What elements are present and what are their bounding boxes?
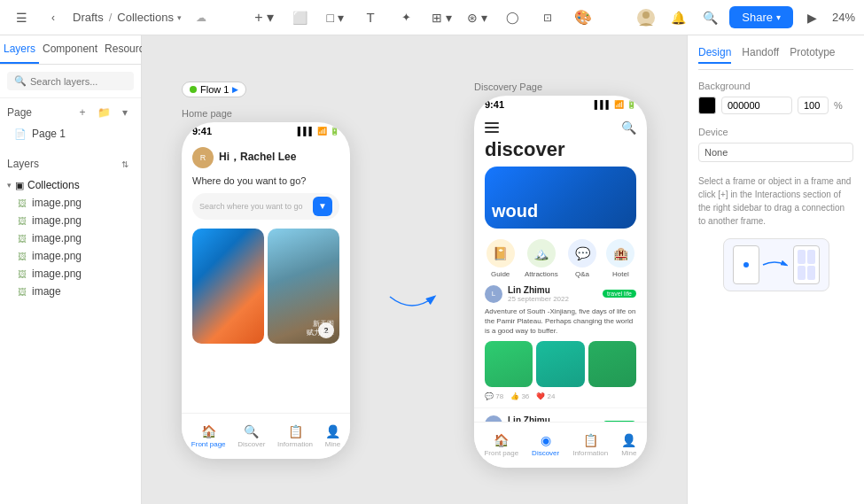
list-item[interactable]: 🖼 image.png <box>0 265 141 283</box>
d-discover-icon: ◉ <box>541 433 551 447</box>
plugin-icon[interactable]: 🎨 <box>571 5 595 30</box>
layers-collapse-btn[interactable]: ⇅ <box>116 155 134 173</box>
list-item[interactable]: 🖼 image.png <box>0 247 141 265</box>
page-more-btn[interactable]: ▾ <box>116 104 134 121</box>
layers-header: Layers ⇅ <box>0 151 141 176</box>
nav-mine[interactable]: 👤 Mine <box>325 424 340 448</box>
page-actions: + 📁 ▾ <box>74 104 134 121</box>
cat-guide[interactable]: 📔 Guide <box>486 239 515 278</box>
cloud-icon[interactable]: ☁ <box>189 5 214 30</box>
tab-layers[interactable]: Layers <box>0 35 39 64</box>
flow-badge[interactable]: Flow 1 ▶ <box>182 81 246 97</box>
guide-icon: 📔 <box>486 239 515 268</box>
play-icon[interactable]: ▶ <box>800 5 825 30</box>
frame-icon: ▣ <box>15 180 24 191</box>
opacity-input[interactable] <box>798 97 829 114</box>
add-page-btn[interactable]: + <box>74 104 91 121</box>
text-tool[interactable]: T <box>358 5 383 30</box>
canvas[interactable]: Flow 1 ▶ Home page 9:41 ▌▌▌ 📶 🔋 <box>142 35 687 504</box>
right-panel: Design Handoff Prototype Background % De… <box>687 35 864 504</box>
preview-cell-2 <box>807 250 815 264</box>
panel-tab-design[interactable]: Design <box>698 46 731 64</box>
share-button[interactable]: Share ▾ <box>729 6 793 28</box>
add-tool[interactable]: + ▾ <box>252 5 276 30</box>
nav-home[interactable]: 🏠 Front page <box>191 424 226 448</box>
post-image-1 <box>485 341 533 387</box>
panel-tab-prototype[interactable]: Prototype <box>790 46 835 64</box>
color-hex-input[interactable] <box>721 97 792 114</box>
page-item[interactable]: 📄 Page 1 <box>7 125 134 143</box>
device-select[interactable]: None <box>698 143 853 162</box>
image-tool[interactable]: ⊞ ▾ <box>429 5 454 30</box>
cat-qna[interactable]: 💬 Q&a <box>568 239 596 278</box>
list-item[interactable]: 🖼 image.png <box>0 212 141 229</box>
svg-point-1 <box>642 12 650 19</box>
discover-search-icon[interactable]: 🔍 <box>621 120 636 135</box>
layer-name-5: image.png <box>32 268 82 280</box>
list-item[interactable]: 🖼 image.png <box>0 229 141 247</box>
tab-component[interactable]: Component <box>39 35 101 64</box>
cat-qna-label: Q&a <box>575 270 589 278</box>
color-swatch[interactable] <box>698 97 716 114</box>
image-icon-2: 🖼 <box>18 216 27 226</box>
hamburger-line-3 <box>485 131 499 133</box>
info-nav-icon: 📋 <box>288 424 303 438</box>
image-icon-3: 🖼 <box>18 234 27 244</box>
preview-cell-3 <box>798 266 806 280</box>
circle-tool[interactable]: ◯ <box>500 5 525 30</box>
layer-name-2: image.png <box>32 214 82 227</box>
preview-cell-4 <box>807 266 815 280</box>
play-flow-icon[interactable]: ▶ <box>232 85 238 94</box>
cat-hotel[interactable]: 🏨 Hotel <box>606 239 634 278</box>
zoom-level[interactable]: 24% <box>832 11 855 24</box>
component-tool[interactable]: ⊛ ▾ <box>464 5 489 30</box>
post-stats: 💬 78 👍 36 ❤️ 24 <box>485 392 636 400</box>
hero-card: woud <box>485 167 636 229</box>
interaction-preview <box>698 238 853 291</box>
bell-icon[interactable]: 🔔 <box>666 5 690 30</box>
home-status-icons: ▌▌▌ 📶 🔋 <box>298 127 339 136</box>
back-icon[interactable]: ‹ <box>41 5 66 30</box>
breadcrumb-drafts[interactable]: Drafts <box>73 11 104 24</box>
discover-nav-home[interactable]: 🏠 Front page <box>484 433 518 457</box>
search-filter-btn[interactable]: ▼ <box>313 197 332 216</box>
discover-nav-info[interactable]: 📋 Information <box>572 433 608 457</box>
post-author-name: Lin Zhimu <box>508 285 569 295</box>
page-folder-btn[interactable]: 📁 <box>95 104 113 121</box>
discover-time: 9:41 <box>485 99 504 110</box>
discover-nav-mine[interactable]: 👤 Mine <box>621 433 636 457</box>
search-icon[interactable]: 🔍 <box>697 5 722 30</box>
stat-likes: 👍 36 <box>510 392 529 400</box>
pen-tool[interactable]: ✦ <box>393 5 418 30</box>
hamburger-menu[interactable] <box>485 122 499 133</box>
search-icon: 🔍 <box>14 75 27 87</box>
frame-tool[interactable]: ⬜ <box>287 5 312 30</box>
post-card: L Lin Zhimu 25 september 2022 travel lif… <box>474 285 647 408</box>
cat-attractions[interactable]: 🏔️ Attractions <box>525 239 558 278</box>
avatar-icon[interactable] <box>634 5 658 30</box>
chinese-text: 新天图 赋力场... <box>307 320 334 338</box>
nav-mine-label: Mine <box>325 440 340 448</box>
hero-word: woud <box>492 201 538 221</box>
discover-nav-discover[interactable]: ◉ Discover <box>532 433 559 457</box>
list-item[interactable]: 🖼 image.png <box>0 194 141 212</box>
group-chevron: ▾ <box>7 181 12 190</box>
search-box[interactable]: 🔍 <box>7 72 134 90</box>
breadcrumb-current[interactable]: Collections <box>117 11 174 24</box>
menu-icon[interactable]: ☰ <box>9 5 34 30</box>
layer-name-6: image <box>32 285 61 298</box>
hamburger-line-1 <box>485 122 499 124</box>
preview-arrow-svg <box>761 256 788 274</box>
panel-tab-handoff[interactable]: Handoff <box>742 46 779 64</box>
home-search-bar[interactable]: Search where you want to go ▼ <box>192 193 339 220</box>
shape-tool[interactable]: □ ▾ <box>323 5 347 30</box>
nav-info[interactable]: 📋 Information <box>277 424 313 448</box>
chevron-down-icon[interactable]: ▾ <box>177 13 182 22</box>
list-item[interactable]: 🖼 image <box>0 283 141 300</box>
collections-group-header[interactable]: ▾ ▣ Collections <box>0 176 141 194</box>
search-input[interactable] <box>30 76 127 87</box>
crop-tool[interactable]: ⊡ <box>535 5 560 30</box>
sidebar-tabs: Layers Component Resource <box>0 35 141 65</box>
nav-discover[interactable]: 🔍 Discover <box>237 424 265 448</box>
hint-text: Select a frame or object in a frame and … <box>698 174 853 228</box>
